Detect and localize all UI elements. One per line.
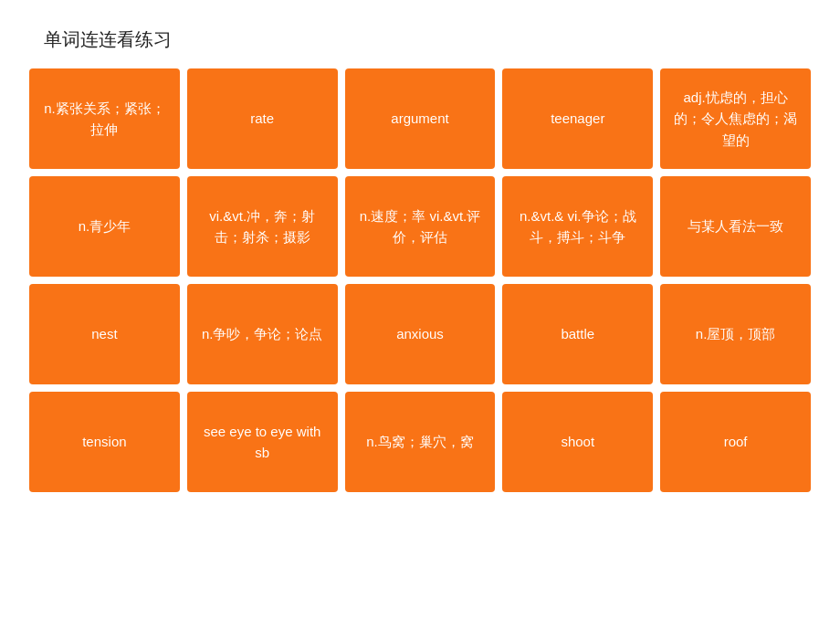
flashcard-3[interactable]: teenager <box>502 68 653 169</box>
flashcard-12[interactable]: anxious <box>345 284 496 384</box>
flashcard-5[interactable]: n.青少年 <box>29 176 180 277</box>
flashcard-6[interactable]: vi.&vt.冲，奔；射击；射杀；摄影 <box>187 176 338 277</box>
flashcard-4[interactable]: adj.忧虑的，担心的；令人焦虑的；渴望的 <box>660 68 811 169</box>
flashcard-7[interactable]: n.速度；率 vi.&vt.评价，评估 <box>345 176 496 277</box>
flashcard-13[interactable]: battle <box>502 284 653 384</box>
flashcard-19[interactable]: roof <box>660 392 811 492</box>
flashcard-18[interactable]: shoot <box>502 392 653 492</box>
flashcard-15[interactable]: tension <box>29 392 180 492</box>
flashcard-14[interactable]: n.屋顶，顶部 <box>660 284 811 384</box>
page-title: 单词连连看练习 <box>0 0 840 68</box>
flashcard-2[interactable]: argument <box>345 68 496 169</box>
flashcard-17[interactable]: n.鸟窝；巢穴，窝 <box>345 392 496 492</box>
flashcard-9[interactable]: 与某人看法一致 <box>660 176 811 277</box>
flashcard-16[interactable]: see eye to eye with sb <box>187 392 338 492</box>
card-grid: n.紧张关系；紧张；拉伸rateargumentteenageradj.忧虑的，… <box>0 68 840 492</box>
flashcard-0[interactable]: n.紧张关系；紧张；拉伸 <box>29 68 180 169</box>
flashcard-11[interactable]: n.争吵，争论；论点 <box>187 284 338 384</box>
flashcard-1[interactable]: rate <box>187 68 338 169</box>
flashcard-8[interactable]: n.&vt.& vi.争论；战斗，搏斗；斗争 <box>502 176 653 277</box>
flashcard-10[interactable]: nest <box>29 284 180 384</box>
